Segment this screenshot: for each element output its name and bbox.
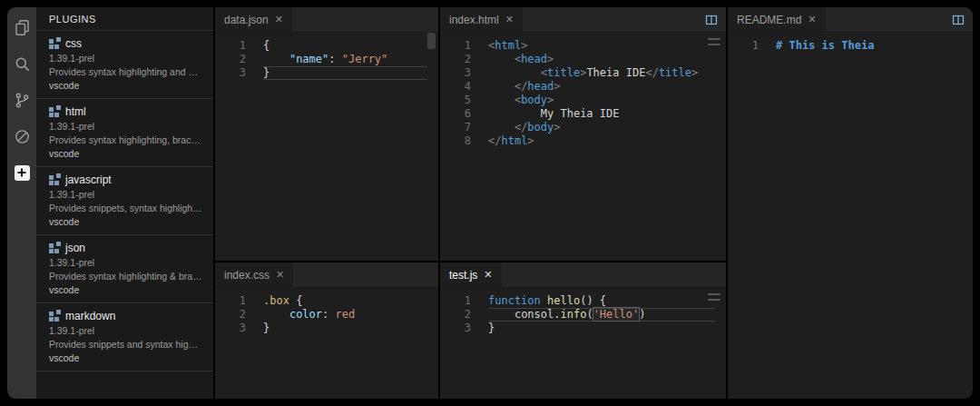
editor-column-2: index.html ✕ 1<html>2 <head>3 <title>The… — [440, 7, 726, 399]
code-line-content: <body> — [488, 94, 715, 107]
editor-pane-data-json: data.json ✕ 1{2 "name": "Jerry"3} — [215, 7, 438, 261]
tab-test-js[interactable]: test.js ✕ — [440, 262, 502, 287]
line-number: 3 — [440, 66, 476, 80]
tab-close-icon[interactable]: ✕ — [484, 269, 492, 281]
line-number: 3 — [215, 322, 251, 335]
code-line-content: </head> — [488, 80, 715, 94]
code-editor-index-html[interactable]: 1<html>2 <head>3 <title>Theia IDE</title… — [440, 33, 726, 261]
code-line-content: <html> — [488, 39, 715, 53]
code-line-content: } — [488, 322, 715, 335]
line-number: 2 — [440, 53, 476, 66]
search-button[interactable] — [13, 54, 31, 73]
tabbar: README.md ✕ — [728, 7, 973, 33]
code-line: 7 </body> — [440, 121, 726, 134]
code-line: 3} — [440, 322, 726, 335]
editor-pane-readme-md: README.md ✕ 1# This is Theia — [728, 7, 973, 399]
editor-pane-test-js: test.js ✕ 1function hello() {2 consol.in… — [440, 262, 726, 399]
tab-close-icon[interactable]: ✕ — [275, 14, 283, 25]
code-editor-index-css[interactable]: 1.box {2 color: red3} — [215, 288, 438, 399]
code-line-content: "name": "Jerry" — [263, 53, 427, 66]
overview-ruler-mark — [708, 38, 720, 40]
code-line-content: <title>Theia IDE</title> — [488, 66, 715, 80]
plugin-list-item[interactable]: javascript1.39.1-prelProvides snippets, … — [36, 167, 213, 235]
overview-ruler-mark — [708, 44, 720, 45]
overview-ruler-mark — [708, 299, 720, 301]
tab-close-icon[interactable]: ✕ — [505, 14, 514, 25]
plugins-icon — [15, 165, 30, 181]
editor-column-1: data.json ✕ 1{2 "name": "Jerry"3} index.… — [215, 7, 438, 399]
plugin-version: 1.39.1-prel — [49, 53, 202, 64]
plugin-publisher: vscode — [49, 148, 202, 160]
search-icon — [14, 55, 31, 73]
code-editor-readme-md[interactable]: 1# This is Theia — [728, 33, 973, 399]
code-line: 8</html> — [440, 134, 726, 148]
tab-index-css[interactable]: index.css ✕ — [215, 262, 293, 287]
code-line: 2 color: red — [215, 308, 438, 322]
code-line: 5 <body> — [440, 94, 726, 107]
plugin-icon — [49, 38, 60, 49]
plugin-icon — [49, 243, 60, 253]
plugin-list-item[interactable]: html1.39.1-prelProvides syntax highlight… — [36, 99, 213, 167]
plugins-sidebar: PLUGINS css1.39.1-prelProvides syntax hi… — [36, 7, 213, 399]
code-line: 2 <head> — [440, 53, 726, 66]
code-line: 3} — [215, 66, 438, 80]
line-number: 3 — [215, 66, 251, 80]
plugin-description: Provides syntax highlighting & bracket m… — [49, 271, 202, 282]
plugins-button[interactable] — [13, 163, 31, 182]
plugin-list-item[interactable]: css1.39.1-prelProvides syntax highlighti… — [36, 31, 213, 99]
editor-pane-index-html: index.html ✕ 1<html>2 <head>3 <title>The… — [440, 7, 726, 261]
line-number: 7 — [440, 121, 476, 134]
code-line-content: </body> — [488, 121, 715, 134]
split-editor-icon[interactable] — [951, 13, 965, 27]
code-editor-data-json[interactable]: 1{2 "name": "Jerry"3} — [215, 33, 438, 261]
tab-readme-md[interactable]: README.md ✕ — [728, 7, 826, 32]
debug-button[interactable] — [13, 127, 31, 145]
code-line-content: consol.info('Hello') — [488, 308, 715, 322]
code-line: 1# This is Theia — [728, 39, 973, 53]
code-line-content: </html> — [488, 134, 715, 148]
tab-data-json[interactable]: data.json ✕ — [215, 7, 292, 32]
code-line-content: .box { — [263, 294, 427, 308]
plugin-icon — [49, 106, 60, 117]
explorer-button[interactable] — [13, 18, 31, 36]
tab-label: index.html — [449, 14, 499, 26]
plugin-name: css — [65, 37, 82, 50]
line-number: 1 — [728, 39, 764, 53]
plugin-version: 1.39.1-prel — [49, 257, 202, 269]
plugin-version: 1.39.1-prel — [49, 189, 202, 201]
line-number: 2 — [440, 308, 476, 322]
code-line-content: My Theia IDE — [488, 107, 715, 121]
git-branch-icon — [14, 92, 31, 109]
plugin-publisher: vscode — [49, 284, 202, 296]
tabbar: data.json ✕ — [215, 7, 438, 33]
code-line-content: # This is Theia — [776, 39, 962, 53]
code-line-content: function hello() { — [488, 294, 715, 308]
plugin-list: css1.39.1-prelProvides syntax highlighti… — [36, 31, 213, 371]
tab-close-icon[interactable]: ✕ — [276, 269, 284, 281]
line-number: 1 — [215, 294, 251, 308]
plugin-name: markdown — [65, 310, 115, 322]
tab-index-html[interactable]: index.html ✕ — [440, 7, 523, 32]
scrollbar-thumb[interactable] — [427, 33, 436, 49]
code-line-content: { — [263, 39, 427, 53]
code-line-content: <head> — [488, 53, 715, 66]
overview-ruler-marks — [708, 38, 720, 49]
line-number: 5 — [440, 94, 476, 107]
plugin-list-item[interactable]: markdown1.39.1-prelProvides snippets and… — [36, 303, 213, 371]
tab-label: index.css — [224, 269, 270, 282]
debug-disabled-icon — [14, 128, 31, 145]
code-editor-test-js[interactable]: 1function hello() {2 consol.info('Hello'… — [440, 288, 726, 399]
editor-pane-index-css: index.css ✕ 1.box {2 color: red3} — [215, 262, 438, 399]
tab-close-icon[interactable]: ✕ — [808, 14, 816, 25]
theia-ide-frame: PLUGINS css1.39.1-prelProvides syntax hi… — [7, 7, 973, 399]
sidebar-title: PLUGINS — [36, 7, 213, 31]
source-control-button[interactable] — [13, 91, 31, 109]
plugin-publisher: vscode — [49, 216, 202, 228]
plugin-list-item[interactable]: json1.39.1-prelProvides syntax highlight… — [36, 235, 213, 303]
tab-label: README.md — [737, 14, 801, 26]
plugin-publisher: vscode — [49, 80, 202, 92]
split-editor-icon[interactable] — [704, 13, 719, 27]
line-number: 4 — [440, 80, 476, 94]
editor-area: data.json ✕ 1{2 "name": "Jerry"3} index.… — [213, 7, 973, 399]
editor-column-3: README.md ✕ 1# This is Theia — [728, 7, 973, 399]
